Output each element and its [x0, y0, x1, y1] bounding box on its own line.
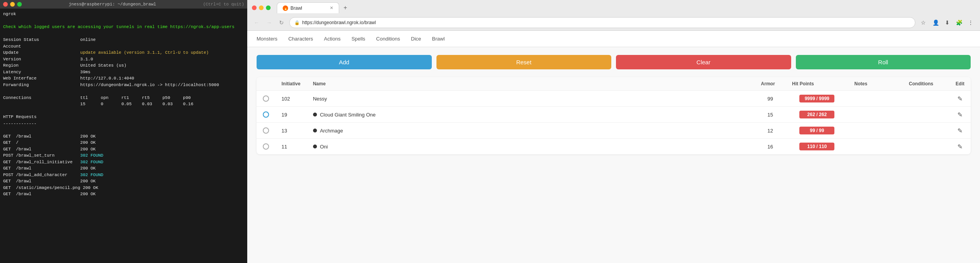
- hp-bar: 99 / 99: [799, 127, 834, 134]
- browser-tab-brawl[interactable]: 🔥 Brawl ✕: [277, 2, 339, 13]
- terminal-line: -------------: [3, 120, 244, 127]
- terminal-line: 15 0 0.05 0.03 0.03 0.16: [3, 101, 244, 108]
- conditions-cell: [903, 107, 949, 123]
- action-buttons: Add Reset Clear Roll: [257, 55, 971, 69]
- name-cell: Nessy: [307, 91, 755, 107]
- nav-monsters[interactable]: Monsters: [257, 34, 277, 43]
- terminal-minimize-button[interactable]: [10, 2, 15, 7]
- app-content: Monsters Characters Actions Spells Condi…: [247, 31, 980, 263]
- bookmark-icon[interactable]: ☆: [918, 18, 928, 27]
- browser-navbar: ← → ↻ 🔒 https://dungeonbrawl.ngrok.io/br…: [247, 16, 980, 30]
- terminal-line: GET /brawl 200 OK: [3, 146, 244, 153]
- edit-cell[interactable]: ✎: [949, 107, 971, 123]
- initiative-cell: 102: [275, 91, 307, 107]
- col-header-conditions: Conditions: [903, 77, 949, 91]
- nav-conditions[interactable]: Conditions: [376, 34, 400, 43]
- nav-brawl[interactable]: Brawl: [432, 34, 445, 43]
- radio-cell[interactable]: [257, 123, 275, 139]
- hp-bar: 9999 / 9999: [799, 95, 834, 102]
- initiative-cell: 11: [275, 139, 307, 155]
- clear-button[interactable]: Clear: [616, 55, 791, 69]
- hp-cell: 262 / 262: [786, 107, 848, 123]
- browser-titlebar: 🔥 Brawl ✕ +: [247, 0, 980, 16]
- terminal-title: jness@raspberrypi: ~/dungeon_brawl: [24, 2, 201, 7]
- armor-cell: 15: [755, 107, 786, 123]
- edit-button[interactable]: ✎: [955, 127, 964, 134]
- turn-radio-button[interactable]: [263, 95, 269, 102]
- nav-dice[interactable]: Dice: [411, 34, 421, 43]
- edit-button[interactable]: ✎: [955, 143, 964, 150]
- browser-maximize-button[interactable]: [266, 5, 271, 10]
- terminal-line: Version 3.1.0: [3, 56, 244, 63]
- terminal-line: Update update available (version 3.1.1, …: [3, 49, 244, 56]
- radio-cell[interactable]: [257, 107, 275, 123]
- browser-close-button[interactable]: [252, 5, 257, 10]
- terminal-line: GET /brawl 200 OK: [3, 165, 244, 172]
- nav-characters[interactable]: Characters: [288, 34, 313, 43]
- edit-button[interactable]: ✎: [955, 111, 964, 118]
- table-row: 19 Cloud Giant Smiling One 15 262 / 262: [257, 107, 971, 123]
- account-icon[interactable]: 👤: [931, 18, 940, 27]
- conditions-cell: [903, 139, 949, 155]
- col-header-initiative: Initiative: [275, 77, 307, 91]
- terminal-maximize-button[interactable]: [17, 2, 22, 7]
- extensions-icon[interactable]: 🧩: [954, 18, 964, 27]
- terminal-line: HTTP Requests: [3, 114, 244, 120]
- browser-toolbar-icons: 👤 ⬇ 🧩 ⋮: [931, 18, 975, 27]
- name-cell: Archmage: [307, 123, 755, 139]
- nav-actions[interactable]: Actions: [324, 34, 341, 43]
- name-dot-icon: [313, 129, 317, 132]
- terminal-line: GET / 200 OK: [3, 139, 244, 146]
- notes-cell: [848, 139, 903, 155]
- col-header-hp: Hit Points: [786, 77, 848, 91]
- terminal-line: ngrok: [3, 11, 244, 18]
- nav-spells[interactable]: Spells: [352, 34, 365, 43]
- terminal-close-button[interactable]: [3, 2, 8, 7]
- terminal-line: Latency 39ms: [3, 69, 244, 76]
- forward-button[interactable]: →: [264, 18, 274, 27]
- address-bar[interactable]: 🔒 https://dungeonbrawl.ngrok.io/brawl: [289, 17, 915, 28]
- edit-button[interactable]: ✎: [955, 95, 964, 102]
- browser-tabs: 🔥 Brawl ✕ +: [274, 2, 975, 13]
- terminal-line: GET /static/images/pencil.png 200 OK: [3, 185, 244, 191]
- hp-bar: 262 / 262: [799, 111, 834, 118]
- notes-cell: [848, 107, 903, 123]
- radio-cell[interactable]: [257, 91, 275, 107]
- turn-radio-button[interactable]: [263, 127, 269, 134]
- edit-cell[interactable]: ✎: [949, 91, 971, 107]
- browser-minimize-button[interactable]: [259, 5, 264, 10]
- back-button[interactable]: ←: [252, 18, 261, 27]
- add-button[interactable]: Add: [257, 55, 432, 69]
- lock-icon: 🔒: [294, 20, 300, 25]
- conditions-cell: [903, 123, 949, 139]
- name-cell: Cloud Giant Smiling One: [307, 107, 755, 123]
- terminal-line: Session Status online: [3, 37, 244, 43]
- hp-bar: 110 / 110: [799, 143, 834, 150]
- col-header-armor: Armor: [755, 77, 786, 91]
- name-dot-icon: [313, 113, 317, 116]
- edit-cell[interactable]: ✎: [949, 123, 971, 139]
- roll-button[interactable]: Roll: [796, 55, 971, 69]
- download-icon[interactable]: ⬇: [943, 18, 952, 27]
- reload-button[interactable]: ↻: [277, 18, 286, 27]
- url-text: https://dungeonbrawl.ngrok.io/brawl: [302, 20, 376, 25]
- edit-cell[interactable]: ✎: [949, 139, 971, 155]
- hp-cell: 9999 / 9999: [786, 91, 848, 107]
- terminal-line: GET /brawl 200 OK: [3, 191, 244, 198]
- more-icon[interactable]: ⋮: [966, 18, 975, 27]
- table-row: 102 Nessy 99 9999 / 9999: [257, 91, 971, 107]
- initiative-cell: 13: [275, 123, 307, 139]
- terminal-ctrl-hint: (Ctrl+C to quit): [203, 2, 244, 7]
- conditions-cell: [903, 91, 949, 107]
- radio-cell[interactable]: [257, 139, 275, 155]
- turn-radio-button[interactable]: [263, 143, 269, 150]
- app-nav: Monsters Characters Actions Spells Condi…: [247, 31, 980, 47]
- table-row: 11 Oni 16 110 / 110: [257, 139, 971, 155]
- new-tab-button[interactable]: +: [341, 3, 350, 12]
- terminal-body: ngrok Check which logged users are acces…: [0, 9, 247, 263]
- reset-button[interactable]: Reset: [436, 55, 612, 69]
- terminal-line: Region United States (us): [3, 62, 244, 69]
- tab-close-icon[interactable]: ✕: [330, 5, 333, 11]
- tab-favicon-icon: 🔥: [283, 5, 288, 11]
- turn-radio-button[interactable]: [263, 111, 269, 118]
